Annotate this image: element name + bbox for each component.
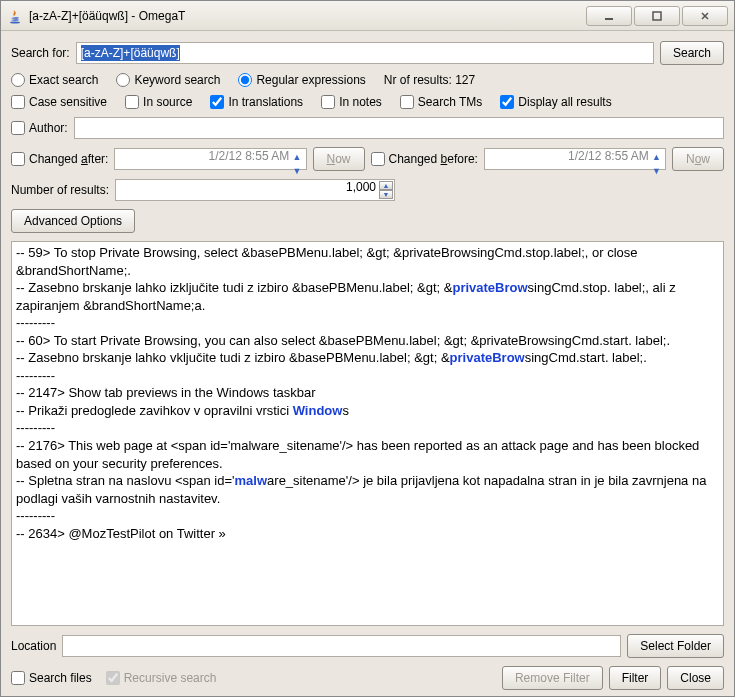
close-button[interactable]: Close [667, 666, 724, 690]
num-results-input[interactable]: 1,000 ▲▼ [115, 179, 395, 201]
svg-point-0 [10, 21, 20, 23]
in-source-label: In source [143, 95, 192, 109]
keyword-search-radio[interactable] [116, 73, 130, 87]
results-pane[interactable]: -- 59> To stop Private Browsing, select … [11, 241, 724, 626]
in-translations-check[interactable] [210, 95, 224, 109]
svg-rect-2 [653, 12, 661, 20]
spinner-buttons[interactable]: ▲▼ [379, 181, 393, 199]
before-now-button: Now [672, 147, 724, 171]
result-sep: --------- [16, 419, 719, 437]
display-all-check[interactable] [500, 95, 514, 109]
result-line: -- Zasebno brskanje lahko izključite tud… [16, 279, 719, 314]
location-label: Location [11, 639, 56, 653]
select-folder-button[interactable]: Select Folder [627, 634, 724, 658]
result-line: -- Zasebno brskanje lahko vključite tudi… [16, 349, 719, 367]
result-sep: --------- [16, 367, 719, 385]
search-window: [a-zA-Z]+[öäüqwß] - OmegaT Search for: [… [0, 0, 735, 697]
results-count-label: Nr of results: 127 [384, 73, 475, 87]
java-icon [7, 8, 23, 24]
search-tms-check[interactable] [400, 95, 414, 109]
search-for-label: Search for: [11, 46, 70, 60]
recursive-label: Recursive search [124, 671, 217, 685]
titlebar: [a-zA-Z]+[öäüqwß] - OmegaT [1, 1, 734, 31]
exact-search-label: Exact search [29, 73, 98, 87]
author-input[interactable] [74, 117, 724, 139]
in-notes-check[interactable] [321, 95, 335, 109]
author-check[interactable] [11, 121, 25, 135]
result-line: -- 2147> Show tab previews in the Window… [16, 384, 719, 402]
in-notes-label: In notes [339, 95, 382, 109]
search-button[interactable]: Search [660, 41, 724, 65]
changed-before-check[interactable] [371, 152, 385, 166]
filter-button[interactable]: Filter [609, 666, 662, 690]
search-files-label: Search files [29, 671, 92, 685]
close-window-button[interactable] [682, 6, 728, 26]
changed-before-input[interactable]: 1/2/12 8:55 AM ▲▼ [484, 148, 666, 170]
search-tms-label: Search TMs [418, 95, 482, 109]
advanced-options-button[interactable]: Advanced Options [11, 209, 135, 233]
maximize-button[interactable] [634, 6, 680, 26]
result-sep: --------- [16, 507, 719, 525]
case-sensitive-label: Case sensitive [29, 95, 107, 109]
display-all-label: Display all results [518, 95, 611, 109]
result-line: -- 2634> @MozTestPilot on Twitter » [16, 525, 719, 543]
regex-radio[interactable] [238, 73, 252, 87]
changed-after-label: Changed after: [29, 152, 108, 166]
regex-label: Regular expressions [256, 73, 365, 87]
search-input[interactable]: [a-zA-Z]+[öäüqwß] [76, 42, 654, 64]
author-label: Author: [29, 121, 68, 135]
result-line: -- 59> To stop Private Browsing, select … [16, 244, 719, 279]
exact-search-radio[interactable] [11, 73, 25, 87]
in-translations-label: In translations [228, 95, 303, 109]
result-line: -- Prikaži predoglede zavihkov v opravil… [16, 402, 719, 420]
minimize-button[interactable] [586, 6, 632, 26]
result-line: -- Spletna stran na naslovu <span id='ma… [16, 472, 719, 507]
after-now-button: Now [313, 147, 365, 171]
num-results-label: Number of results: [11, 183, 109, 197]
changed-before-label: Changed before: [389, 152, 478, 166]
in-source-check[interactable] [125, 95, 139, 109]
recursive-check [106, 671, 120, 685]
svg-rect-1 [605, 18, 613, 20]
result-line: -- 2176> This web page at <span id='malw… [16, 437, 719, 472]
keyword-search-label: Keyword search [134, 73, 220, 87]
location-input[interactable] [62, 635, 621, 657]
result-sep: --------- [16, 314, 719, 332]
changed-after-check[interactable] [11, 152, 25, 166]
changed-after-input[interactable]: 1/2/12 8:55 AM ▲▼ [114, 148, 306, 170]
window-title: [a-zA-Z]+[öäüqwß] - OmegaT [29, 9, 185, 23]
result-line: -- 60> To start Private Browsing, you ca… [16, 332, 719, 350]
search-files-check[interactable] [11, 671, 25, 685]
remove-filter-button: Remove Filter [502, 666, 603, 690]
case-sensitive-check[interactable] [11, 95, 25, 109]
